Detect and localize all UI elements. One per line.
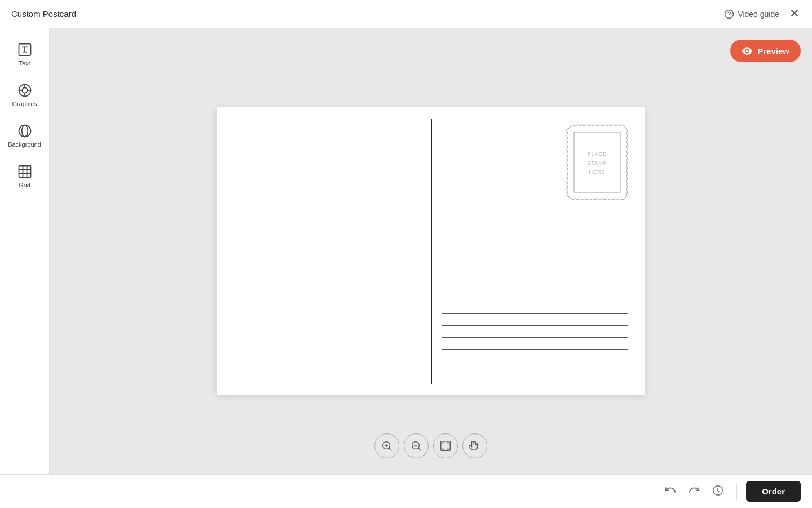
zoom-in-button[interactable] bbox=[374, 433, 399, 458]
question-icon bbox=[724, 9, 734, 19]
sidebar-item-graphics[interactable]: Graphics bbox=[0, 76, 49, 114]
svg-text:PLACE: PLACE bbox=[588, 151, 607, 157]
bottom-bar-divider bbox=[736, 484, 737, 500]
bottom-bar: Order bbox=[0, 474, 812, 508]
zoom-toolbar bbox=[374, 433, 487, 458]
history-button[interactable] bbox=[708, 481, 727, 502]
fit-screen-button[interactable] bbox=[433, 433, 458, 458]
address-line-4 bbox=[442, 349, 628, 351]
address-line-2 bbox=[442, 325, 628, 326]
graphics-icon bbox=[17, 82, 33, 98]
stamp-area: PLACE STAMP HERE bbox=[566, 124, 628, 200]
page-title: Custom Postcard bbox=[11, 9, 76, 19]
preview-label: Preview bbox=[757, 46, 789, 56]
sidebar-item-graphics-label: Graphics bbox=[12, 100, 37, 107]
svg-rect-15 bbox=[19, 166, 30, 178]
background-icon bbox=[17, 123, 33, 139]
pan-button[interactable] bbox=[462, 433, 487, 458]
undo-icon bbox=[664, 484, 677, 496]
sidebar-item-text-label: Text bbox=[19, 60, 30, 67]
svg-text:HERE: HERE bbox=[589, 169, 605, 175]
sidebar-item-background[interactable]: Background bbox=[0, 116, 49, 155]
header-actions: Video guide bbox=[724, 7, 801, 21]
svg-point-9 bbox=[22, 87, 27, 93]
header: Custom Postcard Video guide bbox=[0, 0, 812, 28]
close-button[interactable] bbox=[788, 7, 801, 21]
sidebar: Text Graphics Background bbox=[0, 28, 50, 474]
close-icon bbox=[788, 7, 801, 19]
address-lines bbox=[442, 313, 628, 350]
zoom-in-icon bbox=[381, 440, 393, 452]
zoom-out-button[interactable] bbox=[404, 433, 429, 458]
redo-button[interactable] bbox=[685, 480, 704, 502]
main-area: Text Graphics Background bbox=[0, 28, 812, 474]
svg-line-29 bbox=[418, 448, 421, 450]
address-line-1 bbox=[442, 313, 628, 314]
video-guide-button[interactable]: Video guide bbox=[724, 9, 779, 19]
pan-icon bbox=[469, 440, 481, 452]
undo-button[interactable] bbox=[661, 480, 680, 502]
sidebar-item-background-label: Background bbox=[8, 141, 41, 148]
postcard-wrapper: PLACE STAMP HERE bbox=[50, 28, 812, 474]
canvas-area: Preview PLACE STAMP HERE bbox=[50, 28, 812, 474]
redo-icon bbox=[688, 484, 700, 496]
undo-redo-group bbox=[661, 480, 727, 502]
text-icon bbox=[17, 42, 33, 58]
postcard[interactable]: PLACE STAMP HERE bbox=[217, 107, 645, 395]
svg-line-25 bbox=[389, 448, 391, 450]
zoom-out-icon bbox=[410, 440, 422, 452]
svg-text:STAMP: STAMP bbox=[587, 160, 607, 166]
stamp-border-svg: PLACE STAMP HERE bbox=[566, 124, 628, 200]
fit-icon bbox=[439, 440, 452, 452]
order-button[interactable]: Order bbox=[746, 481, 801, 502]
sidebar-item-grid[interactable]: Grid bbox=[0, 157, 49, 195]
postcard-divider bbox=[431, 119, 432, 384]
svg-point-14 bbox=[19, 125, 30, 137]
address-line-3 bbox=[442, 337, 628, 338]
preview-button[interactable]: Preview bbox=[730, 40, 801, 62]
history-icon bbox=[712, 484, 724, 497]
video-guide-label: Video guide bbox=[738, 10, 779, 19]
sidebar-item-text[interactable]: Text bbox=[0, 35, 49, 73]
sidebar-item-grid-label: Grid bbox=[19, 182, 30, 189]
eye-icon bbox=[742, 45, 753, 56]
grid-icon bbox=[17, 164, 33, 179]
